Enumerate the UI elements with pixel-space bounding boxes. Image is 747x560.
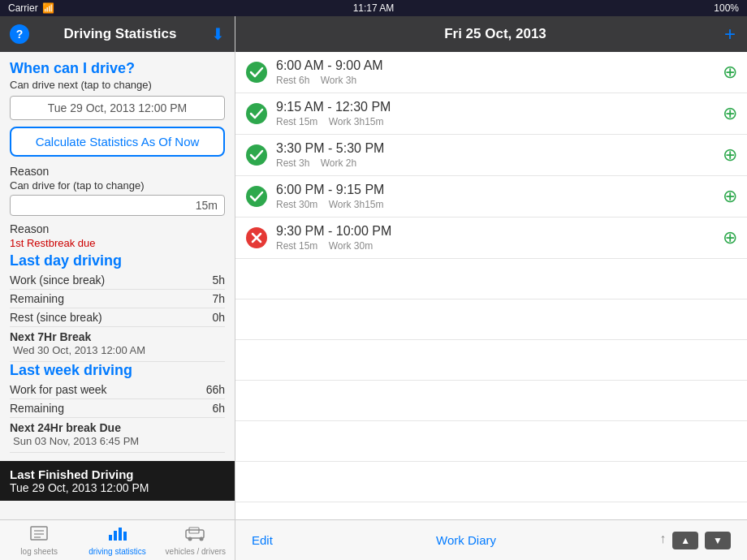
prev-day-button[interactable]: ▲ xyxy=(672,532,698,549)
check-green-icon-1 xyxy=(245,61,268,84)
status-bar: Carrier 📶 11:17 AM 100% xyxy=(0,0,747,16)
check-green-icon-3 xyxy=(245,144,268,166)
left-panel: ? Driving Statistics ⬇ When can I drive?… xyxy=(0,16,235,519)
entry-info-3: 3:30 PM - 5:30 PM Rest 3h Work 2h xyxy=(276,141,723,169)
svg-point-3 xyxy=(246,186,267,207)
stat-row-remaining-day: Remaining 7h xyxy=(10,290,225,308)
when-can-i-drive-heading: When can I drive? xyxy=(10,60,225,77)
remaining-week-value: 6h xyxy=(212,402,225,415)
last-day-heading: Last day driving xyxy=(10,252,225,269)
empty-row-4 xyxy=(235,381,747,421)
stat-row-remaining-week: Remaining 6h xyxy=(10,399,225,418)
remaining-day-value: 7h xyxy=(212,292,225,305)
svg-point-2 xyxy=(246,144,267,166)
svg-point-17 xyxy=(188,536,192,541)
entry-time-1: 6:00 AM - 9:00 AM xyxy=(276,58,723,73)
status-bar-left: Carrier 📶 xyxy=(8,2,54,14)
svg-rect-15 xyxy=(186,530,204,538)
can-drive-next-label: Can drive next (tap to change) xyxy=(10,79,225,91)
entry-info-4: 6:00 PM - 9:15 PM Rest 30m Work 3h15m xyxy=(276,183,723,210)
reason-label-2: Reason xyxy=(10,222,225,235)
tab-bar-right: Edit Work Diary ↑ ▲ ▼ xyxy=(235,520,747,560)
share-icon[interactable]: ↑ xyxy=(659,532,666,549)
last-finished-title: Last Finished Driving xyxy=(10,467,225,481)
calculate-stats-button[interactable]: Calculate Statistics As Of Now xyxy=(10,127,225,157)
can-drive-for-label: Can drive for (tap to change) xyxy=(10,179,225,192)
left-content: When can I drive? Can drive next (tap to… xyxy=(0,52,235,461)
tab-log-sheets[interactable]: log sheets xyxy=(0,520,78,560)
vehicles-drivers-label: vehicles / drivers xyxy=(166,547,226,556)
add-entry-5-button[interactable]: ⊕ xyxy=(723,227,737,248)
add-entry-2-button[interactable]: ⊕ xyxy=(723,103,737,124)
svg-rect-13 xyxy=(119,528,122,541)
svg-point-0 xyxy=(246,62,267,83)
svg-rect-12 xyxy=(114,531,117,541)
add-entry-1-button[interactable]: ⊕ xyxy=(723,62,737,83)
remaining-week-label: Remaining xyxy=(10,402,64,415)
svg-rect-14 xyxy=(123,532,127,541)
main-container: ? Driving Statistics ⬇ When can I drive?… xyxy=(0,16,747,519)
schedule-entry-4: 6:00 PM - 9:15 PM Rest 30m Work 3h15m ⊕ xyxy=(235,176,747,218)
vehicles-drivers-icon xyxy=(184,525,207,545)
entry-sub-5: Rest 15m Work 30m xyxy=(276,240,723,252)
check-red-icon-5 xyxy=(245,226,268,249)
entry-time-3: 3:30 PM - 5:30 PM xyxy=(276,141,723,156)
check-green-icon-2 xyxy=(245,102,268,125)
tab-bar: log sheets driving statistics xyxy=(0,519,747,560)
work-past-week-value: 66h xyxy=(206,383,225,396)
carrier-label: Carrier xyxy=(8,2,38,14)
work-since-break-label: Work (since break) xyxy=(10,274,105,286)
schedule-entry-2: 9:15 AM - 12:30 PM Rest 15m Work 3h15m ⊕ xyxy=(235,93,747,135)
reason-red-text: 1st Restbreak due xyxy=(10,237,225,249)
entry-sub-1: Rest 6h Work 3h xyxy=(276,75,723,86)
add-entry-4-button[interactable]: ⊕ xyxy=(723,186,737,207)
empty-row-2 xyxy=(235,299,747,340)
drive-date-field[interactable]: Tue 29 Oct, 2013 12:00 PM xyxy=(10,96,225,120)
add-entry-button[interactable]: + xyxy=(724,23,736,45)
schedule-entry-3: 3:30 PM - 5:30 PM Rest 3h Work 2h ⊕ xyxy=(235,135,747,176)
work-diary-button[interactable]: Work Diary xyxy=(436,533,496,547)
last-week-heading: Last week driving xyxy=(10,362,225,379)
tab-driving-statistics[interactable]: driving statistics xyxy=(78,520,156,560)
status-bar-time: 11:17 AM xyxy=(353,2,395,14)
reason-label-1: Reason xyxy=(10,165,225,178)
empty-row-3 xyxy=(235,340,747,381)
stat-row-work-week: Work for past week 66h xyxy=(10,381,225,399)
next-24hr-break-block: Next 24Hr break Due Sun 03 Nov, 2013 6:4… xyxy=(10,418,225,453)
entry-time-4: 6:00 PM - 9:15 PM xyxy=(276,183,723,197)
status-bar-right: 100% xyxy=(714,2,739,14)
empty-row-6 xyxy=(235,462,747,502)
entry-info-2: 9:15 AM - 12:30 PM Rest 15m Work 3h15m xyxy=(276,100,723,127)
edit-button[interactable]: Edit xyxy=(252,533,273,547)
drive-value-field[interactable]: 15m xyxy=(10,195,225,216)
tab-bar-left: log sheets driving statistics xyxy=(0,520,235,560)
next-day-button[interactable]: ▼ xyxy=(705,532,731,549)
empty-row-7 xyxy=(235,502,747,519)
stat-row-work: Work (since break) 5h xyxy=(10,271,225,290)
svg-point-18 xyxy=(199,536,203,541)
add-entry-3-button[interactable]: ⊕ xyxy=(723,144,737,166)
next-7hr-label: Next 7Hr Break xyxy=(10,330,91,343)
schedule-list: 6:00 AM - 9:00 AM Rest 6h Work 3h ⊕ 9:15… xyxy=(235,52,747,519)
last-finished-block: Last Finished Driving Tue 29 Oct, 2013 1… xyxy=(0,461,235,501)
wifi-icon: 📶 xyxy=(42,2,54,14)
entry-sub-3: Rest 3h Work 2h xyxy=(276,157,723,169)
entry-sub-4: Rest 30m Work 3h15m xyxy=(276,199,723,210)
work-since-break-value: 5h xyxy=(212,274,225,286)
empty-row-1 xyxy=(235,259,747,299)
battery-label: 100% xyxy=(714,2,739,14)
help-icon[interactable]: ? xyxy=(10,24,29,44)
entry-info-1: 6:00 AM - 9:00 AM Rest 6h Work 3h xyxy=(276,58,723,86)
last-finished-date: Tue 29 Oct, 2013 12:00 PM xyxy=(10,481,225,494)
tab-vehicles-drivers[interactable]: vehicles / drivers xyxy=(157,520,235,560)
driving-statistics-icon xyxy=(107,525,127,545)
svg-rect-11 xyxy=(109,535,112,541)
right-header: Fri 25 Oct, 2013 + xyxy=(235,16,747,52)
entry-time-2: 9:15 AM - 12:30 PM xyxy=(276,100,723,114)
check-green-icon-4 xyxy=(245,185,268,208)
driving-statistics-label: driving statistics xyxy=(89,547,146,556)
entry-sub-2: Rest 15m Work 3h15m xyxy=(276,116,723,127)
svg-point-1 xyxy=(246,103,267,124)
download-icon[interactable]: ⬇ xyxy=(211,24,225,44)
rest-since-break-label: Rest (since break) xyxy=(10,311,102,324)
